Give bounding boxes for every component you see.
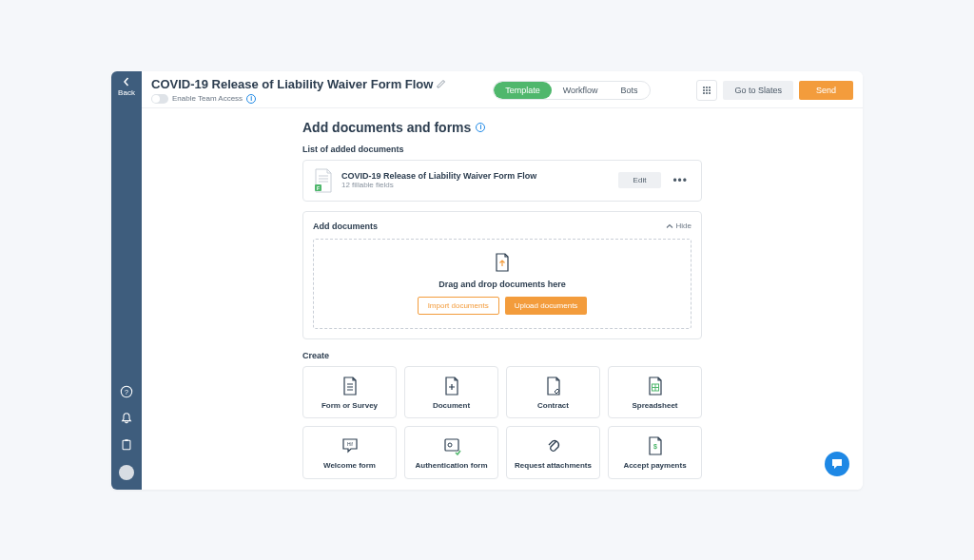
svg-point-4 <box>703 87 705 88</box>
import-documents-button[interactable]: Import documents <box>418 297 499 315</box>
svg-text:$: $ <box>653 443 657 451</box>
document-card: F COVID-19 Release of Liability Waiver F… <box>302 160 702 202</box>
document-add-icon <box>443 377 460 396</box>
chevron-left-icon <box>122 77 131 87</box>
chat-icon <box>830 457 844 471</box>
svg-point-7 <box>703 89 705 91</box>
file-upload-icon <box>494 253 511 272</box>
create-welcome-form[interactable]: Hi! Welcome form <box>302 426 397 479</box>
tab-workflow[interactable]: Workflow <box>552 82 610 99</box>
form-icon <box>341 377 359 396</box>
spreadsheet-icon <box>647 377 664 396</box>
apps-grid-button[interactable] <box>696 80 717 101</box>
send-button[interactable]: Send <box>799 81 853 100</box>
svg-point-12 <box>709 92 711 94</box>
hide-toggle[interactable]: Hide <box>666 222 692 230</box>
create-contract[interactable]: Contract <box>506 366 600 419</box>
more-button[interactable]: ••• <box>669 174 692 187</box>
tab-bots[interactable]: Bots <box>610 82 650 99</box>
page-title: COVID-19 Release of Liability Waiver For… <box>151 77 446 91</box>
create-accept-payments[interactable]: $ Accept payments <box>608 426 702 479</box>
welcome-icon: Hi! <box>341 436 360 455</box>
attachment-icon <box>545 436 562 455</box>
create-authentication-form[interactable]: Authentication form <box>404 426 498 479</box>
svg-point-8 <box>706 89 708 91</box>
back-label: Back <box>118 88 135 97</box>
document-icon: F <box>313 168 334 193</box>
info-icon[interactable]: i <box>246 94 256 104</box>
team-access-label: Enable Team Access <box>172 94 243 103</box>
go-to-slates-button[interactable]: Go to Slates <box>723 81 793 100</box>
upload-documents-button[interactable]: Upload documents <box>505 297 588 315</box>
team-access-toggle[interactable] <box>151 94 168 104</box>
dropzone[interactable]: Drag and drop documents here Import docu… <box>313 239 692 329</box>
avatar[interactable] <box>119 465 134 480</box>
create-spreadsheet[interactable]: Spreadsheet <box>608 366 702 419</box>
grid-icon <box>702 86 711 95</box>
help-icon[interactable]: ? <box>120 385 133 398</box>
clipboard-icon[interactable] <box>120 438 133 452</box>
view-tabs: Template Workflow Bots <box>493 81 650 100</box>
svg-point-11 <box>706 92 708 94</box>
create-document[interactable]: Document <box>404 366 498 419</box>
create-form-survey[interactable]: Form or Survey <box>302 366 397 419</box>
svg-rect-2 <box>123 440 130 450</box>
chevron-up-icon <box>666 222 673 230</box>
svg-point-6 <box>709 87 711 88</box>
back-button[interactable]: Back <box>118 77 135 97</box>
document-name: COVID-19 Release of Liability Waiver For… <box>341 171 611 181</box>
info-icon[interactable]: i <box>476 123 485 132</box>
tab-template[interactable]: Template <box>494 82 552 99</box>
svg-point-26 <box>448 443 452 447</box>
svg-point-5 <box>706 87 708 88</box>
add-documents-title: Add documents <box>313 222 378 231</box>
section-title: Add documents and forms i <box>302 120 702 135</box>
drop-text: Drag and drop documents here <box>438 280 566 289</box>
chat-fab[interactable] <box>825 452 849 476</box>
pencil-icon[interactable] <box>437 79 446 88</box>
list-label: List of added documents <box>302 145 702 154</box>
svg-text:?: ? <box>125 388 128 395</box>
bell-icon[interactable] <box>120 412 133 425</box>
contract-icon <box>545 377 562 396</box>
payment-icon: $ <box>647 436 664 455</box>
svg-rect-3 <box>125 439 128 441</box>
create-title: Create <box>302 351 702 360</box>
create-request-attachments[interactable]: Request attachments <box>506 426 600 479</box>
svg-point-9 <box>709 89 711 91</box>
svg-point-10 <box>703 92 705 94</box>
svg-text:Hi!: Hi! <box>346 441 352 447</box>
document-fields: 12 fillable fields <box>341 181 611 189</box>
svg-text:F: F <box>317 184 320 190</box>
edit-button[interactable]: Edit <box>618 172 662 188</box>
auth-icon <box>442 436 461 455</box>
